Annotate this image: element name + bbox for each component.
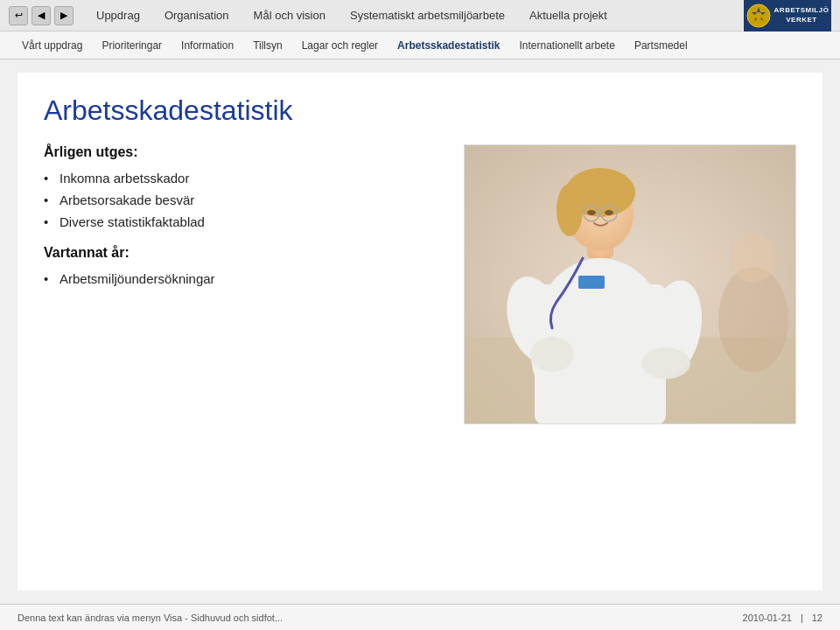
footer: Denna text kan ändras via menyn Visa - S… [0, 604, 840, 630]
secondary-nav-internationellt[interactable]: Internationellt arbete [510, 36, 623, 55]
footer-date-section: 2010-01-21 | 12 [743, 612, 822, 623]
svg-point-18 [530, 337, 574, 372]
nav-item-organisation[interactable]: Organisation [154, 5, 240, 25]
logo-text: ARBETSMILJÖVERKET [774, 6, 830, 24]
annual-heading: Årligen utges: [44, 144, 438, 160]
nav-item-uppdrag[interactable]: Uppdrag [86, 5, 150, 25]
nurse-illustration [465, 144, 795, 424]
text-section: Årligen utges: Inkomna arbetsskador Arbe… [44, 144, 438, 569]
svg-point-22 [732, 234, 775, 283]
secondary-nav-prioriteringar[interactable]: Prioriteringar [93, 36, 171, 55]
secondary-navigation: Vårt uppdrag Prioriteringar Information … [0, 32, 840, 60]
logo-box: ARBETSMILJÖVERKET [744, 0, 831, 32]
secondary-nav-partsmedel[interactable]: Partsmedel [626, 36, 696, 55]
nav-item-mal-och-vision[interactable]: Mål och vision [243, 5, 336, 25]
svg-point-13 [587, 210, 596, 215]
biannual-list: Arbetsmiljöundersökningar [44, 271, 438, 286]
main-content: Arbetsskadestatistik Årligen utges: Inko… [18, 73, 822, 591]
secondary-nav-arbetsskadestatistik[interactable]: Arbetsskadestatistik [388, 36, 508, 55]
list-item-inkomna: Inkomna arbetsskador [44, 171, 438, 186]
nav-item-systematiskt[interactable]: Systematiskt arbetsmiljöarbete [340, 5, 515, 25]
page-title: Arbetsskadestatistik [44, 94, 796, 127]
undo-button[interactable]: ↩ [9, 6, 28, 25]
secondary-nav-vart-uppdrag[interactable]: Vårt uppdrag [13, 36, 91, 55]
logo-area: ARBETSMILJÖVERKET [744, 0, 831, 32]
nurse-photo [464, 144, 796, 424]
top-navigation: ↩ ◀ ▶ Uppdrag Organisation Mål och visio… [0, 0, 840, 32]
content-layout: Årligen utges: Inkomna arbetsskador Arbe… [44, 144, 796, 569]
secondary-nav-lagar-och-regler[interactable]: Lagar och regler [293, 36, 387, 55]
back-button[interactable]: ◀ [32, 6, 51, 25]
annual-list: Inkomna arbetsskador Arbetsorsakade besv… [44, 171, 438, 229]
svg-point-19 [641, 347, 690, 379]
image-section [464, 144, 796, 569]
svg-rect-20 [578, 276, 605, 289]
list-item-arbetsmiljo: Arbetsmiljöundersökningar [44, 271, 438, 286]
footer-menu-text: Denna text kan ändras via menyn Visa - S… [18, 612, 283, 623]
svg-point-2 [755, 12, 762, 19]
biannual-heading: Vartannat år: [44, 245, 438, 261]
secondary-nav-tillsyn[interactable]: Tillsyn [244, 36, 291, 55]
list-item-diverse: Diverse statistikfaktablad [44, 214, 438, 229]
svg-point-14 [605, 210, 613, 215]
footer-page-number: 12 [812, 612, 822, 623]
footer-separator: | [801, 612, 803, 623]
logo-emblem-icon [746, 4, 771, 28]
list-item-arbetsorsakade: Arbetsorsakade besvär [44, 192, 438, 207]
footer-date: 2010-01-21 [743, 612, 792, 623]
nav-controls: ↩ ◀ ▶ [9, 6, 74, 25]
secondary-nav-information[interactable]: Information [172, 36, 242, 55]
svg-point-12 [556, 184, 583, 236]
nav-item-aktuella-projekt[interactable]: Aktuella projekt [519, 5, 618, 25]
forward-button[interactable]: ▶ [54, 6, 74, 25]
